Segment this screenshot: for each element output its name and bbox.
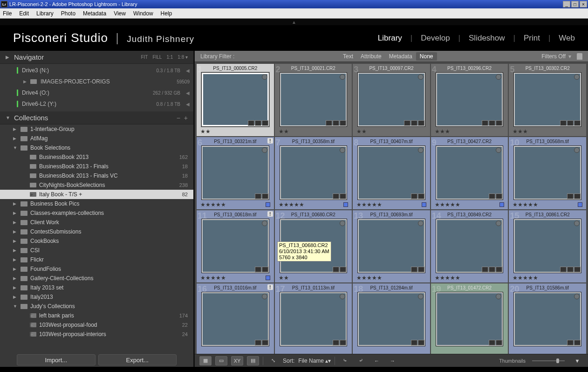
collection-row[interactable]: ▶Client Work — [0, 218, 193, 227]
star-rating[interactable]: ★★★ — [435, 128, 450, 135]
module-develop[interactable]: Develop — [421, 34, 450, 43]
thumbnail-badge-icon[interactable] — [333, 340, 339, 345]
collection-row[interactable]: ▹BusinessBook 2013 - Finals18 — [0, 162, 193, 171]
navigator-panel-header[interactable]: ▶ Navigator FITFILL1:11:8 ▾ — [0, 51, 193, 64]
filter-attribute[interactable]: Attribute — [357, 52, 385, 61]
thumbnail-cell[interactable]: 19PS_IT13_01472.CR2 — [431, 283, 508, 354]
collection-row[interactable]: ▹103West-proposal-interiors24 — [0, 330, 193, 339]
flag-icon[interactable] — [340, 147, 345, 153]
flag-pick-button[interactable]: ⤷ — [339, 356, 351, 365]
thumbnail-badge-icon[interactable] — [567, 193, 574, 199]
collection-row[interactable]: ▶Italy 2013 set — [0, 283, 193, 292]
thumbnail-cell[interactable]: 11!PS_IT13_00618m.tif★★★★★ — [197, 210, 274, 282]
minimize-button[interactable]: _ — [563, 1, 570, 7]
thumbnail-badge-icon[interactable] — [496, 267, 502, 272]
collection-row[interactable]: ▼Judy's Collections — [0, 302, 193, 311]
thumbnail-cell[interactable]: 5PS_IT13_00302.CR2★★★ — [509, 64, 586, 136]
metadata-conflict-icon[interactable]: ! — [267, 138, 273, 144]
flag-icon[interactable] — [340, 294, 345, 299]
nav-zoom-1-1[interactable]: 1:1 — [166, 55, 173, 60]
top-panel-handle[interactable]: ▲ — [0, 19, 588, 25]
filter-metadata[interactable]: Metadata — [385, 52, 416, 61]
thumbnail-cell[interactable]: 14PS_IT13_00849.CR2★★★★★ — [431, 210, 508, 282]
thumbnail-badge-icon[interactable] — [560, 267, 567, 272]
plus-icon[interactable]: + — [184, 114, 188, 122]
star-rating[interactable]: ★★ — [279, 128, 289, 135]
thumbnail-cell[interactable]: 15PS_IT13_00861.CR2★★★★★ — [509, 210, 586, 282]
star-rating[interactable]: ★★★★★ — [513, 275, 538, 281]
thumbnail-badge-icon[interactable] — [489, 193, 495, 199]
flag-reject-button[interactable]: ⤶ — [355, 356, 367, 365]
thumbnail-cell[interactable]: 3PS_IT13_00097.CR2★★ — [353, 64, 430, 136]
thumbnail-badge-icon[interactable] — [567, 340, 574, 345]
flag-icon[interactable] — [496, 294, 501, 299]
thumbnail-cell[interactable]: 6!PS_IT13_00321m.tif★★★★★ — [197, 137, 274, 209]
thumbnail-size-slider[interactable] — [532, 360, 565, 361]
thumbnail-cell[interactable]: 9PS_IT13_00427.CR2★★★★★ — [431, 137, 508, 209]
drive-row[interactable]: Drive3 (N:)0.3 / 1.8 TB◀ — [17, 65, 190, 76]
star-rating[interactable]: ★★★★★ — [356, 275, 382, 281]
metadata-conflict-icon[interactable]: ! — [267, 284, 273, 290]
star-rating[interactable]: ★★★★★ — [435, 275, 460, 281]
thumbnail-cell[interactable]: 8PS_IT13_00407m.tif★★★★★ — [353, 137, 430, 209]
menu-view[interactable]: View — [114, 10, 126, 17]
thumbnail-badge-icon[interactable] — [418, 120, 424, 126]
nav-zoom-1-8[interactable]: 1:8 ▾ — [178, 55, 188, 60]
color-label-icon[interactable] — [578, 202, 582, 207]
grid-view-button[interactable]: ▦ — [199, 356, 212, 365]
thumbnail-badge-icon[interactable] — [340, 120, 346, 126]
thumbnail-badge-icon[interactable] — [496, 340, 502, 345]
thumbnail-badge-icon[interactable] — [340, 267, 346, 272]
thumbnail-badge-icon[interactable] — [489, 340, 495, 345]
thumbnail-cell[interactable]: 2PS_IT13_00021.CR2★★ — [275, 64, 352, 136]
thumbnail-badge-icon[interactable] — [489, 120, 495, 126]
thumbnail-cell[interactable]: 20PS_IT13_01586m.tif — [509, 283, 586, 354]
flag-icon[interactable] — [418, 294, 424, 299]
sort-field-dropdown[interactable]: File Name ▴▾ — [298, 358, 331, 364]
lock-icon[interactable] — [577, 53, 582, 60]
loupe-view-button[interactable]: ▭ — [215, 356, 227, 365]
flag-icon[interactable] — [574, 147, 580, 153]
flag-icon[interactable] — [262, 294, 267, 299]
star-rating[interactable]: ★★★ — [513, 128, 528, 135]
color-label-icon[interactable] — [266, 202, 270, 207]
thumbnail-badge-icon[interactable] — [333, 193, 339, 199]
thumbnail-badge-icon[interactable] — [411, 193, 417, 199]
collections-panel-header[interactable]: ▼ Collections − + — [0, 111, 193, 124]
thumbnail-cell[interactable]: 13PS_IT13_00693m.tif★★★★★ — [353, 210, 430, 282]
collection-row[interactable]: ▹CityNights-BookSelections238 — [0, 180, 193, 190]
flag-icon[interactable] — [262, 74, 267, 80]
drive-row[interactable]: ▶IMAGES-PROJECT-ORIGS59509 — [17, 76, 190, 87]
module-print[interactable]: Print — [524, 34, 540, 43]
star-rating[interactable]: ★★★★★ — [200, 275, 226, 281]
drive-row[interactable]: Drive4 (O:)262 / 932 GB◀ — [17, 87, 190, 98]
menu-help[interactable]: Help — [161, 10, 172, 17]
navigator-zoom-options[interactable]: FITFILL1:11:8 ▾ — [141, 55, 188, 60]
thumbnail-badge-icon[interactable] — [340, 340, 346, 345]
color-label-icon[interactable] — [343, 202, 348, 207]
thumbnail-badge-icon[interactable] — [574, 340, 581, 345]
thumbnail-badge-icon[interactable] — [496, 120, 502, 126]
nav-zoom-fit[interactable]: FIT — [141, 55, 148, 60]
color-label-icon[interactable] — [266, 276, 270, 280]
module-slideshow[interactable]: Slideshow — [469, 34, 505, 43]
star-rating[interactable]: ★★★★★ — [513, 201, 538, 208]
flag-icon[interactable] — [418, 147, 424, 153]
menu-file[interactable]: File — [3, 10, 12, 17]
thumbnail-badge-icon[interactable] — [255, 340, 261, 345]
thumbnail-badge-icon[interactable] — [567, 120, 574, 126]
thumbnail-badge-icon[interactable] — [567, 267, 574, 272]
collection-row[interactable]: ▹BusinessBook 2013162 — [0, 152, 193, 162]
collection-row[interactable]: ▶FoundFolios — [0, 264, 193, 274]
thumbnail-badge-icon[interactable] — [255, 267, 261, 272]
star-rating[interactable]: ★★ — [356, 128, 367, 135]
thumbnail-badge-icon[interactable] — [574, 193, 581, 199]
thumbnail-badge-icon[interactable] — [262, 340, 268, 345]
thumbnail-badge-icon[interactable] — [482, 120, 488, 126]
collection-row[interactable]: ▶Flickr — [0, 255, 193, 264]
prev-photo-button[interactable]: ← — [370, 356, 383, 365]
flag-icon[interactable] — [262, 147, 267, 153]
thumbnail-cell[interactable]: 10PS_IT13_00568m.tif★★★★★ — [509, 137, 586, 209]
flag-icon[interactable] — [340, 220, 345, 226]
thumbnail-badge-icon[interactable] — [411, 267, 417, 272]
